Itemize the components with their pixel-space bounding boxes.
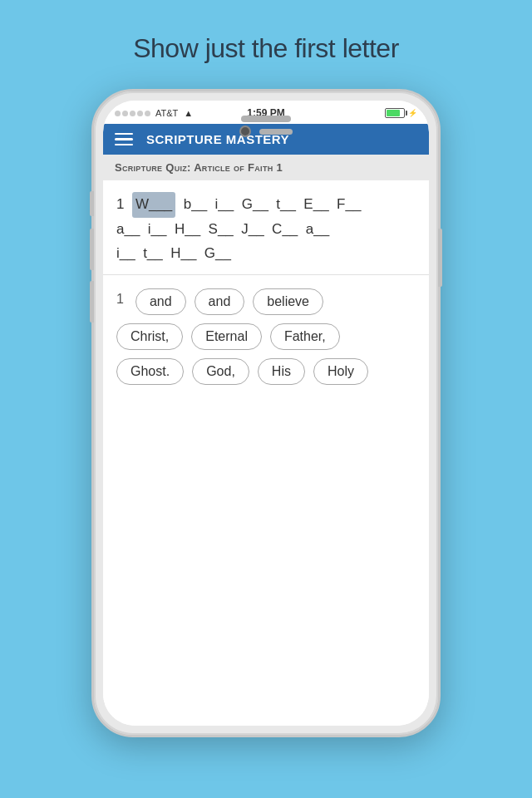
chip-and-1[interactable]: and [135, 288, 186, 315]
chip-christ[interactable]: Christ, [116, 323, 183, 350]
word-chips-row2: Christ, Eternal Father, [116, 323, 416, 350]
headline-text: Show just the first letter [133, 33, 399, 64]
word-chips-row3: Ghost. God, His Holy [116, 358, 416, 385]
answer-section: 1 and and believe Christ, Eternal Father… [103, 275, 429, 726]
hamburger-line-2 [115, 138, 133, 140]
chip-father[interactable]: Father, [270, 323, 340, 350]
earpiece [259, 129, 293, 135]
word-chips-row1: and and believe [135, 288, 416, 315]
chip-his[interactable]: His [258, 358, 305, 385]
phone-frame: AT&T ▲ 1:59 PM ⚡ Scripture Ma [91, 89, 441, 737]
signal-indicator [115, 111, 150, 116]
chip-eternal[interactable]: Eternal [191, 323, 262, 350]
scripture-line-2: a__ i__ H__ S__ J__ C__ a__ [116, 218, 416, 242]
volume-down-button [90, 281, 94, 323]
signal-dot-3 [130, 111, 135, 116]
scripture-line-1: 1 W___ b__ i__ G__ t__ E__ F__ [116, 192, 416, 218]
scripture-text: 1 W___ b__ i__ G__ t__ E__ F__ a__ i__ H… [103, 180, 429, 274]
chip-god[interactable]: God, [192, 358, 249, 385]
signal-dot-4 [137, 111, 143, 116]
power-button [438, 229, 442, 287]
chip-believe[interactable]: believe [253, 288, 323, 315]
battery-indicator [385, 108, 405, 118]
chip-ghost[interactable]: Ghost. [116, 358, 184, 385]
battery-fill [387, 110, 400, 116]
charge-icon: ⚡ [408, 109, 417, 117]
volume-up-button [90, 229, 94, 270]
hamburger-line-3 [115, 144, 133, 146]
selected-word[interactable]: W___ [132, 192, 175, 218]
answer-row: 1 and and believe [116, 288, 416, 315]
phone-screen: AT&T ▲ 1:59 PM ⚡ Scripture Ma [103, 101, 429, 726]
scripture-line-3: i__ t__ H__ G__ [116, 242, 416, 266]
signal-dot-2 [122, 111, 128, 116]
camera [239, 126, 251, 137]
screen-content: AT&T ▲ 1:59 PM ⚡ Scripture Ma [103, 101, 429, 726]
signal-dot-5 [145, 111, 150, 116]
chip-holy[interactable]: Holy [313, 358, 368, 385]
row-number: 1 [116, 288, 124, 307]
chip-and-2[interactable]: and [195, 288, 245, 315]
camera-mic-row [239, 126, 293, 137]
mute-button [90, 191, 94, 216]
hamburger-menu-button[interactable] [115, 133, 133, 146]
wifi-icon: ▲ [184, 108, 193, 118]
signal-dot-1 [115, 111, 121, 116]
section-header: Scripture Quiz: Article of Faith 1 [103, 155, 429, 180]
speaker-slot [241, 116, 291, 122]
hamburger-line-1 [115, 133, 133, 135]
phone-top-notch [239, 116, 293, 137]
status-left: AT&T ▲ [115, 108, 193, 118]
status-right: ⚡ [385, 108, 417, 118]
carrier-text: AT&T [155, 108, 178, 118]
